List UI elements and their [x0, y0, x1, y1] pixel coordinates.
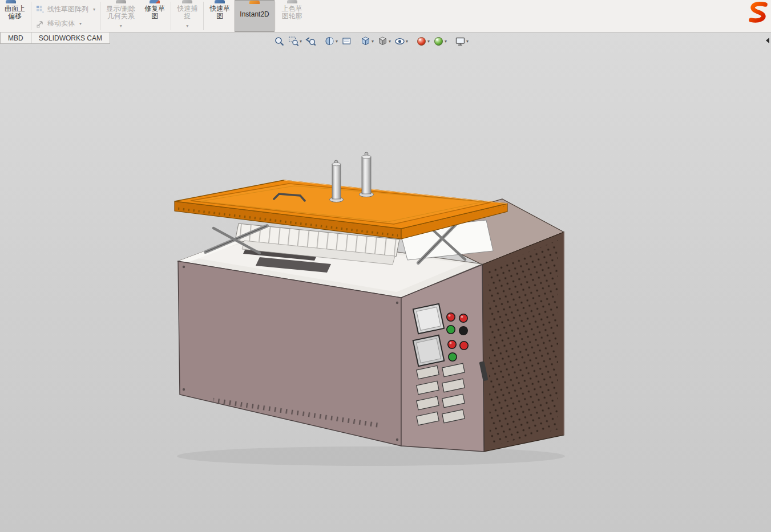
- task-pane-expand-icon[interactable]: [765, 36, 770, 46]
- ribbon-separator: [171, 2, 171, 30]
- edit-appearance-icon: [416, 36, 427, 47]
- heads-up-toolbar: ▾ ▾: [272, 35, 470, 48]
- button-highlight: [450, 342, 452, 344]
- dropdown-caret: ▾: [79, 21, 82, 26]
- move-entities-icon: [36, 19, 45, 28]
- tab-mbd[interactable]: MBD: [0, 33, 31, 44]
- green-button[interactable]: [447, 326, 455, 334]
- button-highlight: [449, 315, 451, 317]
- previous-view-button[interactable]: [304, 35, 318, 48]
- display-window-2[interactable]: [413, 335, 445, 367]
- dropdown-caret: ▾: [466, 39, 469, 44]
- ribbon-separator: [31, 2, 31, 30]
- ribbon-label: 图轮廓: [282, 13, 302, 20]
- ribbon-button-display-delete-relations[interactable]: 显示/删除 几何关系 ▾: [102, 0, 140, 32]
- dropdown-caret: ▾: [300, 39, 302, 44]
- button-highlight: [461, 316, 463, 318]
- previous-view-icon: [305, 36, 316, 47]
- ribbon-button-linear-sketch-pattern[interactable]: 线性草图阵列 ▾: [36, 5, 95, 14]
- red-button[interactable]: [448, 340, 456, 348]
- dropdown-caret: ▾: [93, 7, 95, 12]
- screw: [183, 266, 185, 268]
- cylinder-2[interactable]: [362, 157, 371, 194]
- cylinder-cap: [332, 163, 341, 166]
- zoom-to-area-button[interactable]: ▾: [286, 35, 304, 48]
- display-delete-relations-icon: [116, 0, 126, 3]
- solidworks-logo: [747, 1, 770, 27]
- ribbon-label: 线性草图阵列: [47, 5, 88, 14]
- view-orientation-button[interactable]: ▾: [358, 35, 376, 48]
- dropdown-caret: ▾: [372, 39, 374, 44]
- ribbon-small-button-group: 线性草图阵列 ▾ 移动实体 ▾: [33, 0, 99, 32]
- section-view-button[interactable]: ▾: [322, 35, 340, 48]
- dropdown-caret: ▾: [406, 39, 408, 44]
- tab-label: MBD: [8, 34, 23, 42]
- ground-shadow: [177, 446, 565, 466]
- dropdown-caret: ▾: [427, 39, 430, 44]
- ribbon-label: 图: [216, 13, 223, 20]
- cylinder-1[interactable]: [332, 164, 341, 199]
- view-settings-icon: [455, 36, 466, 47]
- red-button[interactable]: [460, 342, 468, 350]
- green-button[interactable]: [449, 353, 457, 361]
- ribbon-button-quick-snaps[interactable]: 快速捕 捉 ▾: [172, 0, 202, 32]
- section-view-icon: [324, 36, 335, 47]
- display-style-button[interactable]: ▾: [376, 35, 393, 48]
- ribbon-button-rapid-sketch[interactable]: 快速草 图: [205, 0, 235, 32]
- vent-holes: [489, 240, 558, 446]
- red-button[interactable]: [447, 313, 455, 321]
- command-manager-tabs: MBD SOLIDWORKS CAM: [0, 33, 110, 44]
- ribbon-label: 捉: [184, 13, 191, 20]
- ribbon-button-move-entities[interactable]: 移动实体 ▾: [36, 19, 95, 29]
- annotation-view-button[interactable]: [340, 35, 354, 48]
- offset-on-surface-icon: [6, 0, 16, 3]
- screw: [396, 302, 398, 304]
- solidworks-s-icon: [747, 1, 770, 25]
- quick-snaps-icon: [182, 0, 192, 3]
- dropdown-caret: ▾: [120, 22, 122, 30]
- ribbon-button-offset-on-surface[interactable]: 曲面上 偏移: [0, 0, 30, 32]
- apply-scene-button[interactable]: ▾: [431, 35, 449, 48]
- rapid-sketch-icon: [215, 0, 225, 3]
- dropdown-caret: ▾: [445, 39, 447, 44]
- shaded-sketch-contours-icon: [287, 0, 297, 3]
- edit-appearance-button[interactable]: ▾: [414, 35, 431, 48]
- cylinder-cap: [362, 155, 371, 159]
- dropdown-caret: ▾: [389, 39, 391, 44]
- instant2d-icon: [249, 1, 260, 4]
- graphics-area[interactable]: MBD SOLIDWORKS CAM ▾: [0, 33, 771, 532]
- command-manager-ribbon: 曲面上 偏移 线性草图阵列 ▾ 移动实体 ▾ 显示/删除 几何关系 ▾: [0, 0, 771, 33]
- black-button[interactable]: [459, 327, 467, 335]
- ribbon-button-repair-sketch[interactable]: 修复草 图: [140, 0, 169, 32]
- zoom-to-fit-button[interactable]: [272, 35, 286, 48]
- display-window-1[interactable]: [413, 304, 444, 334]
- ribbon-label: Instant2D: [240, 11, 269, 18]
- screw: [183, 388, 185, 391]
- view-settings-button[interactable]: ▾: [453, 35, 470, 48]
- ribbon-label: 偏移: [8, 13, 22, 20]
- display-style-icon: [377, 36, 388, 47]
- hide-show-items-icon: [394, 36, 405, 47]
- ribbon-separator: [100, 2, 100, 30]
- linear-pattern-icon: [36, 5, 45, 14]
- ribbon-button-shaded-sketch-contours[interactable]: 上色草 图轮廓: [277, 0, 307, 32]
- ribbon-separator: [203, 2, 204, 30]
- view-orientation-icon: [360, 36, 371, 47]
- ribbon-button-instant2d[interactable]: Instant2D: [235, 0, 274, 32]
- hide-show-items-button[interactable]: ▾: [393, 35, 410, 48]
- machine-model[interactable]: [0, 33, 771, 532]
- ribbon-separator: [276, 2, 276, 30]
- annotation-view-icon: [341, 36, 352, 47]
- screw: [396, 438, 398, 441]
- repair-sketch-icon: [150, 0, 160, 3]
- dropdown-caret: ▾: [336, 39, 338, 44]
- ribbon-label: 移动实体: [47, 19, 75, 29]
- zoom-to-area-icon: [288, 36, 299, 47]
- tab-solidworks-cam[interactable]: SOLIDWORKS CAM: [31, 33, 110, 44]
- tab-label: SOLIDWORKS CAM: [39, 34, 102, 42]
- ribbon-label: 几何关系: [107, 13, 135, 20]
- zoom-to-fit-icon: [274, 36, 285, 47]
- ribbon-label: 图: [151, 13, 158, 20]
- red-button[interactable]: [459, 314, 467, 322]
- apply-scene-icon: [433, 36, 444, 47]
